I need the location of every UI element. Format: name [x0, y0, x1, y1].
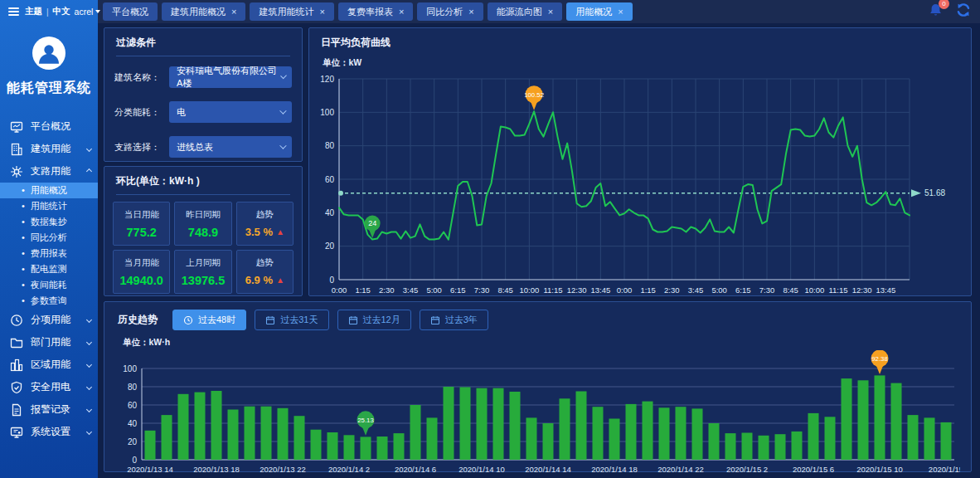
close-icon[interactable]: × — [548, 7, 553, 17]
bullet-icon: • — [22, 280, 25, 290]
svg-text:2:30: 2:30 — [664, 285, 680, 295]
top-tab[interactable]: 用能概况× — [566, 2, 632, 21]
energy-type-select[interactable]: 电 — [169, 101, 292, 123]
sidebar-subitem[interactable]: •同比分析 — [0, 230, 98, 246]
chevron-down-icon — [86, 317, 92, 323]
svg-text:0:00: 0:00 — [617, 285, 633, 295]
svg-text:2020/1/13 18: 2020/1/13 18 — [193, 465, 239, 474]
sidebar-subitem[interactable]: •数据集抄 — [0, 214, 98, 230]
close-icon[interactable]: × — [399, 7, 404, 17]
sidebar-item-label: 平台概况 — [31, 120, 70, 134]
sidebar-item[interactable]: 区域用能 — [0, 354, 98, 376]
sidebar-item-label: 建筑用能 — [31, 142, 70, 156]
svg-text:51.68: 51.68 — [924, 188, 945, 198]
shield-icon — [10, 381, 23, 394]
bullet-icon: • — [22, 296, 25, 305]
chevron-down-icon — [279, 107, 286, 114]
close-icon[interactable]: × — [618, 7, 623, 17]
sidebar-item[interactable]: 部门用能 — [0, 331, 98, 354]
sidebar-item[interactable]: 分项用能 — [0, 309, 98, 331]
tab-label: 建筑用能统计 — [259, 6, 313, 18]
top-tab[interactable]: 复费率报表× — [338, 2, 413, 21]
sidebar-subitem-label: 配电监测 — [31, 263, 67, 276]
chevron-down-icon — [86, 429, 92, 435]
sidebar-item[interactable]: 支路用能 — [0, 160, 98, 183]
sidebar-subitem[interactable]: •夜间能耗 — [0, 277, 98, 293]
close-icon[interactable]: × — [319, 7, 324, 17]
language-label[interactable]: 中文 — [53, 6, 70, 17]
svg-text:24: 24 — [368, 219, 376, 227]
chevron-up-icon — [86, 168, 92, 174]
theme-label[interactable]: 主题 — [25, 6, 42, 17]
stat-cell: 趋势3.5 %▲ — [236, 202, 294, 246]
svg-text:2020/1/15: 2020/1/15 — [929, 465, 960, 474]
sidebar-subitem[interactable]: •参数查询 — [0, 293, 98, 309]
history-range-button[interactable]: 过去12月 — [337, 310, 411, 330]
filter-panel: 过滤条件 建筑名称：安科瑞电气股份有限公司A楼分类能耗：电支路选择：进线总表 — [104, 27, 303, 162]
sidebar-subitem-label: 夜间能耗 — [31, 279, 67, 291]
svg-text:2020/1/13 14: 2020/1/13 14 — [127, 465, 172, 474]
top-tab[interactable]: 同比分析× — [417, 2, 483, 21]
building-icon — [10, 143, 23, 156]
sidebar-item[interactable]: 平台概况 — [0, 115, 98, 138]
user-menu[interactable]: acrel — [75, 7, 101, 17]
comparison-panel-title: 环比(单位：kW·h ) — [104, 167, 302, 194]
sidebar-item[interactable]: 报警记录 — [0, 398, 98, 421]
building-name-select[interactable]: 安科瑞电气股份有限公司A楼 — [169, 66, 292, 88]
refresh-button[interactable] — [955, 2, 972, 22]
history-range-button[interactable]: 过去3年 — [420, 310, 488, 330]
notification-badge: 0 — [939, 0, 949, 9]
svg-text:20: 20 — [128, 437, 138, 446]
sidebar-subitem-label: 用能统计 — [31, 200, 67, 212]
calendar-icon — [430, 315, 440, 325]
bullet-icon: • — [22, 249, 25, 258]
svg-text:1:15: 1:15 — [640, 285, 656, 295]
triangle-up-icon: ▲ — [276, 227, 284, 237]
stat-label: 当日用能 — [124, 209, 159, 221]
svg-text:12:30: 12:30 — [852, 285, 872, 295]
history-trend-panel: 历史趋势 过去48时过去31天过去12月过去3年 单位：kW·h 0204060… — [104, 301, 972, 472]
notifications-button[interactable]: 0 — [928, 2, 944, 22]
sidebar-item-label: 分项用能 — [31, 313, 70, 327]
stat-cell: 当月用能14940.0 — [113, 250, 170, 294]
history-range-button[interactable]: 过去31天 — [255, 310, 328, 330]
button-label: 过去12月 — [363, 314, 400, 326]
sidebar-subitem[interactable]: •用能概况 — [0, 183, 98, 198]
chevron-down-icon — [95, 10, 100, 13]
svg-text:120: 120 — [320, 75, 334, 84]
svg-text:11:15: 11:15 — [543, 285, 562, 295]
sidebar-subitem-label: 参数查询 — [31, 295, 67, 307]
history-range-button[interactable]: 过去48时 — [172, 310, 246, 330]
sidebar-subitem-label: 数据集抄 — [31, 216, 67, 228]
top-tab[interactable]: 建筑用能统计× — [250, 2, 333, 21]
sidebar-subitem[interactable]: •配电监测 — [0, 261, 98, 277]
top-tab[interactable]: 能源流向图× — [488, 2, 562, 21]
top-tab[interactable]: 建筑用能概况× — [162, 2, 245, 21]
svg-text:20: 20 — [325, 241, 335, 251]
sidebar-item[interactable]: 建筑用能 — [0, 138, 98, 160]
close-icon[interactable]: × — [231, 7, 236, 17]
svg-text:40: 40 — [128, 419, 138, 428]
sidebar-item[interactable]: 安全用电 — [0, 376, 98, 398]
sidebar: 主题 | 中文 acrel 能耗管理系统 平台概况建筑用能支路用能•用能概况•用… — [0, 0, 98, 478]
chevron-down-icon — [86, 362, 92, 368]
tab-label: 同比分析 — [426, 6, 463, 18]
branch-select[interactable]: 进线总表 — [169, 136, 292, 158]
hamburger-menu-icon[interactable] — [7, 6, 21, 17]
svg-text:3:45: 3:45 — [688, 285, 704, 295]
sidebar-subitem[interactable]: •用能统计 — [0, 198, 98, 214]
sidebar-item[interactable]: 系统设置 — [0, 421, 98, 443]
svg-text:10:00: 10:00 — [804, 285, 824, 295]
avatar-section: 能耗管理系统 — [0, 37, 98, 97]
sidebar-subitem[interactable]: •费用报表 — [0, 246, 98, 261]
top-tab[interactable]: 平台概况 — [103, 2, 158, 21]
comparison-panel: 环比(单位：kW·h ) 当日用能775.2昨日同期748.9趋势3.5 %▲当… — [104, 166, 303, 296]
tab-label: 能源流向图 — [497, 6, 542, 18]
content-area: 过滤条件 建筑名称：安科瑞电气股份有限公司A楼分类能耗：电支路选择：进线总表 环… — [98, 23, 980, 478]
triangle-up-icon: ▲ — [276, 276, 284, 285]
svg-text:2:30: 2:30 — [379, 285, 395, 295]
svg-text:60: 60 — [325, 175, 335, 184]
svg-text:100.52: 100.52 — [524, 91, 544, 99]
close-icon[interactable]: × — [468, 7, 473, 17]
folder-icon — [10, 336, 23, 349]
